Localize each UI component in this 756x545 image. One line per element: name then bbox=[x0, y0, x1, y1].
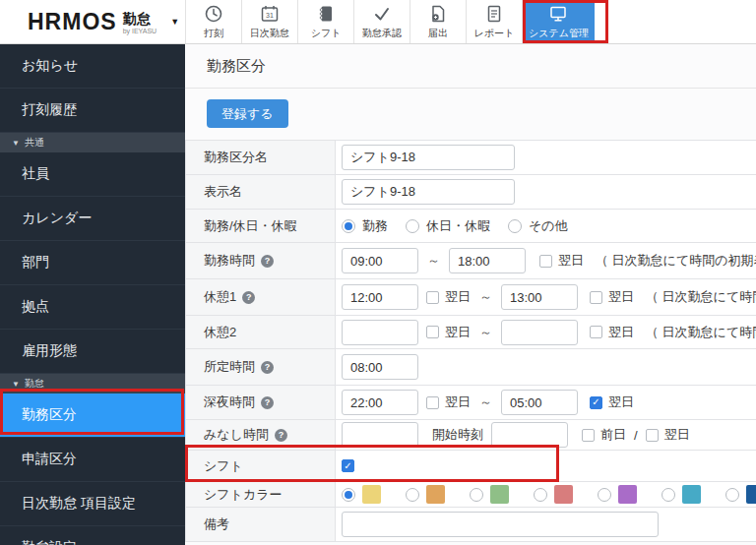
sidebar-item-employees[interactable]: 社員 bbox=[0, 152, 185, 197]
app-logo[interactable]: HRMOS 勤怠 by IEYASU ▼ bbox=[0, 0, 185, 43]
field-label: 休憩2 bbox=[204, 324, 236, 341]
field-label: シフト bbox=[204, 457, 243, 475]
deemed-prev-day-checkbox[interactable] bbox=[582, 429, 595, 442]
field-label: 勤務区分名 bbox=[204, 149, 268, 166]
nav-item-punch[interactable]: 打刻 bbox=[185, 0, 241, 43]
work-time-next-day-checkbox[interactable] bbox=[539, 255, 552, 268]
sidebar-item-label: お知らせ bbox=[22, 57, 78, 75]
sidebar-section-label: 共通 bbox=[25, 136, 44, 150]
sidebar-item-attendance-settings[interactable]: 勤怠設定 bbox=[0, 526, 185, 545]
break2-start-input[interactable] bbox=[342, 320, 418, 345]
sidebar-item-location[interactable]: 拠点 bbox=[0, 285, 185, 330]
form-row-scheduled-time: 所定時間? bbox=[186, 349, 756, 386]
break1-start-next-day-checkbox[interactable] bbox=[426, 291, 439, 304]
sidebar-item-department[interactable]: 部門 bbox=[0, 241, 185, 285]
nav-label: 勤怠承認 bbox=[362, 27, 402, 40]
help-icon[interactable]: ? bbox=[261, 255, 274, 268]
sidebar-item-work-type[interactable]: 勤務区分 bbox=[0, 394, 185, 438]
work-type-form: 勤務区分名 表示名 勤務/休日・休暇 勤務 休日・休暇 その他 勤務時間? bbox=[185, 140, 756, 542]
help-icon[interactable]: ? bbox=[261, 361, 274, 374]
sidebar-item-label: 社員 bbox=[22, 165, 49, 183]
scheduled-time-input[interactable] bbox=[342, 354, 418, 380]
shift-color-radio-0[interactable] bbox=[342, 488, 355, 502]
color-swatch-6[interactable] bbox=[746, 485, 756, 504]
night-time-start-input[interactable] bbox=[342, 390, 418, 415]
nav-item-approval[interactable]: 勤怠承認 bbox=[353, 0, 410, 43]
sidebar-item-request-type[interactable]: 申請区分 bbox=[0, 438, 185, 482]
color-swatch-0[interactable] bbox=[362, 485, 381, 504]
break1-end-next-day-checkbox[interactable] bbox=[590, 291, 602, 304]
deemed-next-day-checkbox[interactable] bbox=[646, 429, 659, 442]
day-type-radio-holiday[interactable] bbox=[406, 219, 419, 233]
help-icon[interactable]: ? bbox=[275, 429, 287, 442]
color-swatch-5[interactable] bbox=[682, 485, 701, 504]
nav-item-daily-attendance[interactable]: 31 日次勤怠 bbox=[241, 0, 297, 43]
deemed-time-input[interactable] bbox=[342, 422, 418, 448]
work-type-name-input[interactable] bbox=[342, 145, 515, 170]
shift-color-radio-2[interactable] bbox=[470, 488, 483, 502]
shift-color-radio-6[interactable] bbox=[725, 488, 739, 502]
field-label: 勤務時間 bbox=[204, 252, 255, 270]
nav-label: レポート bbox=[474, 27, 515, 40]
report-icon bbox=[484, 4, 504, 24]
form-row-day-type: 勤務/休日・休暇 勤務 休日・休暇 その他 bbox=[186, 210, 756, 243]
shift-color-radio-4[interactable] bbox=[598, 488, 611, 502]
sidebar-item-label: 申請区分 bbox=[22, 451, 77, 468]
sidebar-item-label: 日次勤怠 項目設定 bbox=[22, 495, 136, 513]
shift-color-radio-5[interactable] bbox=[662, 488, 675, 502]
night-time-end-input[interactable] bbox=[501, 390, 578, 415]
sidebar-item-employment-type[interactable]: 雇用形態 bbox=[0, 330, 185, 374]
tilde-separator: ～ bbox=[479, 394, 492, 411]
work-time-start-input[interactable] bbox=[342, 248, 418, 273]
day-type-radio-other[interactable] bbox=[508, 219, 522, 233]
nav-item-system-admin[interactable]: システム管理 bbox=[522, 0, 595, 43]
nav-item-shift[interactable]: シフト bbox=[297, 0, 353, 43]
shift-color-radio-1[interactable] bbox=[406, 488, 419, 502]
color-swatch-2[interactable] bbox=[490, 485, 509, 504]
shift-color-radio-3[interactable] bbox=[534, 488, 547, 502]
break2-start-next-day-checkbox[interactable] bbox=[426, 326, 439, 338]
break1-start-input[interactable] bbox=[342, 284, 418, 310]
night-start-next-day-checkbox[interactable] bbox=[426, 396, 439, 409]
sidebar: お知らせ 打刻履歴 ▼共通 社員 カレンダー 部門 拠点 雇用形態 ▼勤怠 勤務… bbox=[0, 44, 185, 545]
sidebar-item-label: 雇用形態 bbox=[22, 342, 77, 360]
main-content: 勤務区分 登録する 勤務区分名 表示名 勤務/休日・休暇 勤務 休日・休暇 bbox=[185, 44, 756, 545]
shift-checkbox[interactable]: ✓ bbox=[342, 459, 354, 472]
form-row-deemed-time: みなし時間? 開始時刻 前日 / 翌日 bbox=[186, 420, 756, 451]
remarks-input[interactable] bbox=[342, 512, 659, 537]
work-time-end-input[interactable] bbox=[449, 248, 526, 273]
nav-item-request[interactable]: 届出 bbox=[410, 0, 466, 43]
form-row-display-name: 表示名 bbox=[186, 175, 756, 210]
sidebar-item-label: カレンダー bbox=[22, 210, 92, 227]
sidebar-item-punch-history[interactable]: 打刻履歴 bbox=[0, 89, 185, 133]
logo-dropdown-arrow-icon[interactable]: ▼ bbox=[170, 17, 179, 27]
radio-option-label: その他 bbox=[529, 217, 568, 235]
sidebar-section-common[interactable]: ▼共通 bbox=[0, 133, 185, 152]
help-icon[interactable]: ? bbox=[261, 396, 274, 409]
calendar-icon: 31 bbox=[260, 4, 280, 24]
break1-end-input[interactable] bbox=[501, 284, 578, 310]
display-name-input[interactable] bbox=[342, 179, 515, 205]
notebook-icon bbox=[316, 4, 336, 24]
sidebar-item-news[interactable]: お知らせ bbox=[0, 44, 185, 89]
form-row-break2: 休憩2 翌日 ～ 翌日 （ 日次勤怠にて時間の初期表示： bbox=[186, 316, 756, 349]
nav-item-report[interactable]: レポート bbox=[466, 0, 522, 43]
nav-label: 届出 bbox=[428, 27, 448, 40]
next-day-label: 翌日 bbox=[445, 324, 471, 341]
sidebar-item-label: 拠点 bbox=[22, 298, 49, 316]
break2-end-next-day-checkbox[interactable] bbox=[590, 326, 602, 338]
day-type-radio-work[interactable] bbox=[342, 219, 355, 233]
nav-label: 打刻 bbox=[204, 27, 223, 40]
color-swatch-1[interactable] bbox=[426, 485, 445, 504]
sidebar-item-calendar[interactable]: カレンダー bbox=[0, 197, 185, 241]
color-swatch-3[interactable] bbox=[554, 485, 573, 504]
break2-end-input[interactable] bbox=[501, 320, 578, 345]
sidebar-item-daily-item-settings[interactable]: 日次勤怠 項目設定 bbox=[0, 482, 185, 526]
help-icon[interactable]: ? bbox=[242, 291, 255, 304]
deemed-start-time-input[interactable] bbox=[491, 422, 568, 448]
register-button[interactable]: 登録する bbox=[207, 99, 288, 128]
tilde-separator: ～ bbox=[479, 324, 492, 341]
sidebar-section-attendance[interactable]: ▼勤怠 bbox=[0, 374, 185, 394]
color-swatch-4[interactable] bbox=[618, 485, 637, 504]
night-end-next-day-checkbox[interactable]: ✓ bbox=[590, 396, 602, 409]
